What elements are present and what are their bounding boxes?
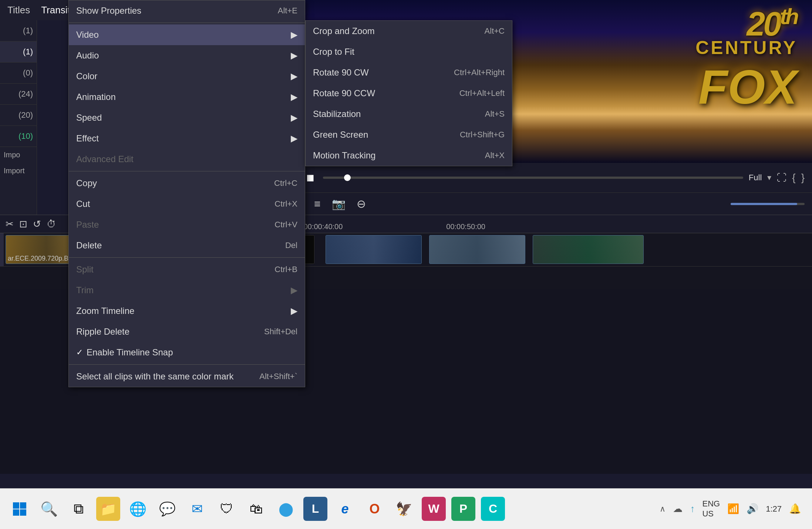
- taskbar-office-button[interactable]: O: [363, 497, 387, 521]
- svg-rect-552: [20, 509, 26, 516]
- mail-icon: ✉: [192, 501, 203, 517]
- fox-text: FOX: [698, 59, 797, 115]
- taskbar-l-button[interactable]: L: [303, 497, 327, 521]
- windows-icon: [12, 502, 27, 516]
- screenshot-icon[interactable]: 📷: [332, 197, 346, 210]
- taskbar-store-button[interactable]: 🛍: [244, 497, 268, 521]
- language-eng: ENG: [702, 499, 720, 509]
- eagle-icon: 🦅: [396, 501, 412, 517]
- stop-button[interactable]: ⏹: [303, 170, 317, 186]
- toolbar-row: ⊞ 🔖 🎤 ≡ 📷 ⊖: [237, 192, 812, 215]
- taskbar-eagle-button[interactable]: 🦅: [392, 497, 416, 521]
- defender-icon: 🛡: [220, 501, 233, 517]
- speaker-icon[interactable]: 🔊: [747, 503, 758, 515]
- language-indicator[interactable]: ENG US: [702, 499, 720, 519]
- menu-animation[interactable]: Animation ▶: [69, 87, 305, 107]
- wifi-icon[interactable]: 📶: [727, 503, 739, 515]
- divider-2: [69, 171, 305, 171]
- menu-ripple-delete[interactable]: Ripple Delete Shift+Del: [69, 321, 305, 342]
- quality-dropdown[interactable]: ▾: [767, 173, 771, 183]
- submenu-motion-tracking[interactable]: Motion Tracking Alt+X: [306, 145, 512, 166]
- taskbar-mail-button[interactable]: ✉: [185, 497, 209, 521]
- progress-bar[interactable]: [323, 177, 743, 179]
- taskbar-start-button[interactable]: [7, 497, 31, 521]
- clip-thumbnail-3: [429, 235, 525, 264]
- taskbar-right: ∧ ☁ ↑ ENG US 📶 🔊 1:27 🔔: [660, 499, 805, 519]
- import-button-2[interactable]: Import: [0, 163, 37, 179]
- taskbar: 🔍 ⧉ 📁 🌐 💬 ✉ 🛡 🛍 ⬤ L e O 🦅: [0, 488, 812, 529]
- sidebar-item-green[interactable]: (10): [0, 126, 37, 147]
- divider-3: [69, 257, 305, 258]
- taskbar-taskview-button[interactable]: ⧉: [67, 497, 91, 521]
- submenu-rotate-cw[interactable]: Rotate 90 CW Ctrl+Alt+Right: [306, 62, 512, 83]
- menu-advanced-edit: Advanced Edit: [69, 149, 305, 170]
- taskbar-w-button[interactable]: W: [422, 497, 446, 521]
- search-icon: 🔍: [40, 501, 58, 517]
- sidebar-item-3[interactable]: (0): [0, 63, 37, 84]
- sidebar-item-1[interactable]: (1): [0, 20, 37, 41]
- menu-color[interactable]: Color ▶: [69, 66, 305, 87]
- taskbar-edge2-button[interactable]: e: [333, 497, 357, 521]
- timestamp-3: 00:00:50:00: [446, 222, 485, 231]
- svg-rect-549: [13, 502, 19, 509]
- taskbar-c-button[interactable]: C: [481, 497, 505, 521]
- menu-video[interactable]: Video ▶: [69, 24, 305, 45]
- import-button-1[interactable]: Impo: [0, 147, 37, 163]
- sidebar-item-4[interactable]: (24): [0, 84, 37, 105]
- submenu-rotate-ccw[interactable]: Rotate 90 CCW Ctrl+Alt+Left: [306, 83, 512, 104]
- zoom-slider[interactable]: [731, 203, 805, 205]
- submenu-stabilization[interactable]: Stabilization Alt+S: [306, 104, 512, 124]
- taskbar-teams-button[interactable]: 💬: [155, 497, 179, 521]
- browser-icon: ⬤: [279, 501, 293, 517]
- menu-zoom-timeline[interactable]: Zoom Timeline ▶: [69, 301, 305, 321]
- svg-rect-550: [20, 502, 26, 509]
- menu-paste: Paste Ctrl+V: [69, 214, 305, 235]
- edge-icon: 🌐: [129, 501, 146, 517]
- taskview-icon: ⧉: [74, 501, 84, 517]
- menu-select-same-color[interactable]: Select all clips with the same color mar…: [69, 366, 305, 387]
- menu-trim: Trim ▶: [69, 280, 305, 301]
- taskbar-browser-button[interactable]: ⬤: [274, 497, 298, 521]
- menu-enable-snap[interactable]: ✓ Enable Timeline Snap: [69, 342, 305, 363]
- cut-tool-icon[interactable]: ✂: [6, 218, 14, 230]
- submenu-green-screen[interactable]: Green Screen Ctrl+Shift+G: [306, 124, 512, 145]
- speed-tool-icon[interactable]: ⏱: [47, 218, 56, 230]
- taskbar-edge-button[interactable]: 🌐: [126, 497, 150, 521]
- language-region: US: [702, 509, 720, 519]
- progress-thumb[interactable]: [344, 174, 351, 181]
- cloud-icon[interactable]: ☁: [673, 503, 683, 515]
- submenu-crop-zoom[interactable]: Crop and Zoom Alt+C: [306, 21, 512, 41]
- menu-speed[interactable]: Speed ▶: [69, 107, 305, 128]
- menu-cut[interactable]: Cut Ctrl+X: [69, 194, 305, 214]
- menu-show-properties[interactable]: Show Properties Alt+E: [69, 0, 305, 21]
- full-quality-label: Full: [749, 173, 762, 183]
- video-clip-2[interactable]: [326, 235, 422, 264]
- crop-tool-icon[interactable]: ⊡: [19, 218, 27, 230]
- rotate-tool-icon[interactable]: ↺: [33, 218, 41, 230]
- minus-icon[interactable]: ⊖: [357, 197, 366, 210]
- sidebar-item-2[interactable]: (1): [0, 41, 37, 63]
- list-icon[interactable]: ≡: [314, 198, 321, 210]
- video-clip-4[interactable]: [533, 235, 644, 264]
- menu-effect[interactable]: Effect ▶: [69, 128, 305, 149]
- teams-icon: 💬: [159, 501, 176, 517]
- video-submenu: Crop and Zoom Alt+C Crop to Fit Rotate 9…: [305, 20, 512, 166]
- tray-chevron[interactable]: ∧: [660, 504, 666, 514]
- menu-copy[interactable]: Copy Ctrl+C: [69, 173, 305, 194]
- titles-tab[interactable]: Titles: [0, 4, 37, 16]
- taskbar-clock[interactable]: 1:27: [766, 504, 782, 514]
- sidebar-item-5[interactable]: (20): [0, 105, 37, 126]
- notification-icon[interactable]: 🔔: [789, 503, 801, 515]
- divider-1: [69, 23, 305, 23]
- submenu-crop-fit[interactable]: Crop to Fit: [306, 41, 512, 62]
- taskbar-p-button[interactable]: P: [451, 497, 475, 521]
- menu-delete[interactable]: Delete Del: [69, 235, 305, 256]
- arrow-up-icon[interactable]: ↑: [690, 503, 695, 515]
- taskbar-defender-button[interactable]: 🛡: [215, 497, 239, 521]
- svg-rect-551: [13, 509, 19, 516]
- taskbar-explorer-button[interactable]: 📁: [96, 497, 120, 521]
- video-clip-3[interactable]: [429, 235, 525, 264]
- taskbar-search-button[interactable]: 🔍: [37, 497, 61, 521]
- menu-audio[interactable]: Audio ▶: [69, 45, 305, 66]
- fullscreen-button[interactable]: ⛶: [777, 172, 786, 184]
